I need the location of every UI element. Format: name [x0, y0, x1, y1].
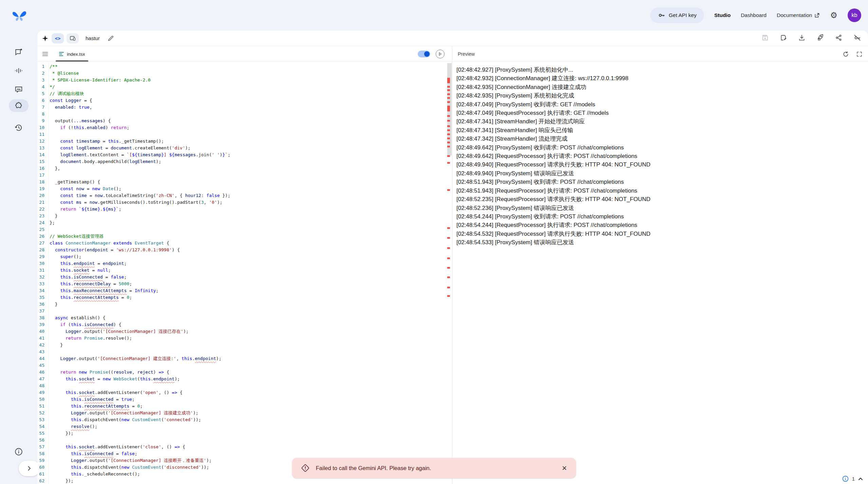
line-number: 20: [37, 192, 47, 199]
code-editor[interactable]: 1/**2 * @license3 * SPDX-License-Identif…: [37, 62, 452, 484]
log-line: [02:48:49.642] [RequestProcessor] 执行请求: …: [456, 152, 864, 160]
line-number: 17: [37, 172, 47, 179]
code-line: 19 const now = new Date();: [37, 185, 452, 192]
code-line: 28 constructor(endpoint = 'ws://127.0.0.…: [37, 247, 452, 253]
log-line: [02:48:54.532] [RequestProcessor] 请求执行失败…: [456, 230, 864, 238]
line-number: 18: [37, 179, 47, 185]
line-number: 52: [37, 410, 47, 416]
line-number: 54: [37, 423, 47, 430]
sidebar-item-media[interactable]: [9, 83, 29, 96]
line-number: 22: [37, 206, 47, 213]
sidebar-item-build[interactable]: [9, 99, 29, 112]
code-line: 51 this.reconnectAttempts = 0;: [37, 403, 452, 410]
line-number: 39: [37, 321, 47, 328]
line-number: 26: [37, 233, 47, 240]
code-line: 24};: [37, 219, 452, 226]
download-icon: [798, 34, 806, 41]
log-line: [02:48:47.341] [StreamHandler] 响应头已传输: [456, 126, 864, 135]
preview-title: Preview: [458, 51, 475, 57]
line-number: 25: [37, 226, 47, 233]
line-number: 57: [37, 444, 47, 450]
line-number: 45: [37, 362, 47, 369]
code-line: 10 if (!this.enabled) return;: [37, 124, 452, 131]
code-line: 22 return `${time}.${ms}`;: [37, 206, 452, 213]
chevron-up-icon[interactable]: [858, 476, 863, 482]
download-button[interactable]: [798, 34, 806, 43]
nav-studio[interactable]: Studio: [714, 12, 730, 18]
error-marker: [447, 106, 450, 110]
line-number: 34: [37, 287, 47, 294]
preview-pane: Preview [02:48:42.927] [ProxySystem] 系统初…: [452, 47, 868, 484]
preview-view-button[interactable]: [67, 33, 79, 43]
line-number: 42: [37, 342, 47, 348]
error-marker: [447, 276, 450, 278]
file-list-icon[interactable]: [41, 50, 49, 58]
line-number: 11: [37, 131, 47, 138]
tab-index-tsx[interactable]: index.tsx: [56, 47, 88, 61]
info-button[interactable]: [9, 445, 29, 458]
log-line: [02:48:49.642] [ProxySystem] 收到请求: POST …: [456, 143, 864, 152]
line-number: 44: [37, 355, 47, 362]
settings-gear-icon[interactable]: ⚙: [830, 11, 837, 19]
get-api-key-button[interactable]: Get API key: [650, 7, 704, 23]
sidebar-item-stream[interactable]: [9, 64, 29, 77]
log-line: [02:48:47.342] [StreamHandler] 流处理完成: [456, 135, 864, 143]
overview-ruler[interactable]: [447, 62, 452, 484]
deploy-button[interactable]: [816, 34, 824, 43]
error-marker: [447, 125, 450, 127]
code-line: 34 this.maxReconnectAttempts = Infinity;: [37, 287, 452, 294]
error-marker: [447, 267, 450, 269]
line-number: 15: [37, 158, 47, 165]
ai-studio-logo-icon[interactable]: [12, 8, 27, 22]
log-line: [02:48:54.244] [ProxySystem] 收到请求: POST …: [456, 212, 864, 221]
error-marker: [447, 97, 450, 99]
line-number: 60: [37, 464, 47, 471]
spark-icon[interactable]: [41, 35, 49, 42]
api-key-disabled-button[interactable]: [853, 34, 861, 43]
line-number: 58: [37, 450, 47, 457]
code-line: 56: [37, 437, 452, 444]
nav-documentation[interactable]: Documentation: [777, 12, 820, 18]
sidebar-item-chat[interactable]: [9, 46, 29, 58]
code-line: 52 Logger.output('[ConnectionManager] 连接…: [37, 410, 452, 416]
line-number: 5: [37, 90, 47, 97]
console-info-icon: [842, 475, 849, 482]
gutter-divider: [49, 62, 49, 484]
line-number: 1: [37, 63, 47, 70]
code-line: 43: [37, 348, 452, 355]
log-line: [02:48:49.940] [ProxySystem] 错误响应已发送: [456, 169, 864, 178]
auto-run-toggle[interactable]: [418, 51, 430, 57]
avatar[interactable]: kb: [848, 8, 861, 22]
save-copy-button[interactable]: [780, 34, 787, 43]
code-line: 30 this.endpoint = endpoint;: [37, 260, 452, 267]
toast-close-button[interactable]: ✕: [562, 464, 567, 472]
console-status[interactable]: 1: [842, 475, 863, 482]
rename-pencil-icon[interactable]: [107, 35, 114, 42]
save-button[interactable]: [761, 34, 769, 43]
code-view-button[interactable]: <>: [52, 33, 64, 43]
refresh-icon[interactable]: [842, 51, 849, 58]
sidebar-item-history[interactable]: [9, 121, 29, 134]
fullscreen-icon[interactable]: [856, 51, 863, 57]
log-line: [02:48:42.932] [ConnectionManager] 建立连接:…: [456, 74, 864, 83]
tsx-file-icon: [59, 52, 64, 56]
log-line: [02:48:47.049] [RequestProcessor] 执行请求: …: [456, 109, 864, 117]
line-number: 23: [37, 213, 47, 219]
error-marker: [447, 120, 450, 122]
app-name: hastur: [86, 35, 100, 41]
run-button[interactable]: [436, 50, 445, 58]
error-marker: [447, 89, 450, 91]
nav-dashboard[interactable]: Dashboard: [741, 12, 766, 18]
expand-sidebar-button[interactable]: [19, 461, 40, 476]
code-line: 62 });: [37, 478, 452, 484]
share-button[interactable]: [835, 34, 843, 43]
code-line: 25: [37, 226, 452, 233]
line-number: 35: [37, 294, 47, 301]
code-line: 3 * SPDX-License-Identifier: Apache-2.0: [37, 77, 452, 84]
workspace-card: <> hastur: [37, 31, 868, 484]
preview-actions: [842, 51, 863, 58]
code-line: 36 }: [37, 301, 452, 308]
error-marker: [447, 101, 450, 103]
line-number: 53: [37, 416, 47, 423]
code-line: 39 if (this.isConnected) {: [37, 321, 452, 328]
